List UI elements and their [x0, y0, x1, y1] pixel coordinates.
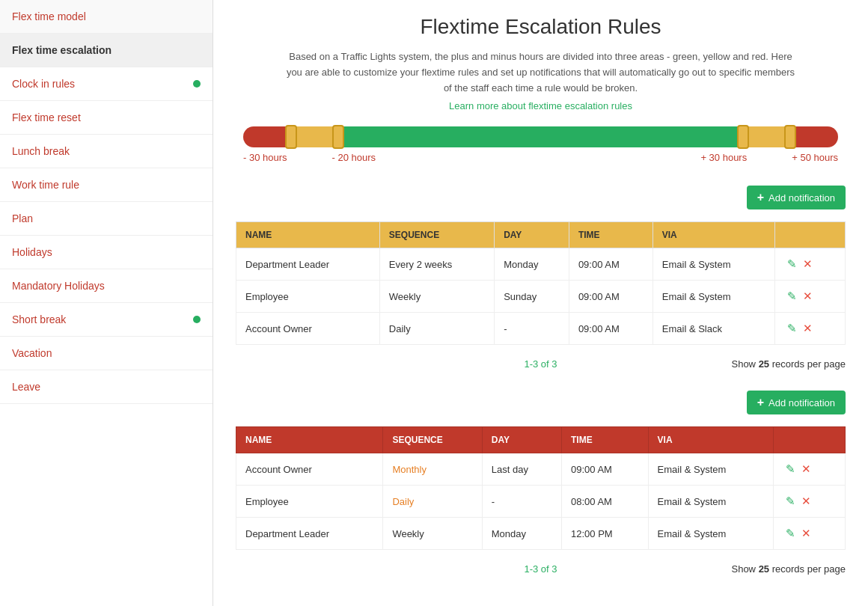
sidebar-item-work-time-rule[interactable]: Work time rule	[0, 168, 213, 202]
slider-handle-3[interactable]	[737, 125, 749, 149]
add-notification-label-2: Add notification	[768, 397, 835, 408]
yellow-cell-sequence-2: Daily	[379, 313, 494, 345]
sidebar-item-label-plan: Plan	[12, 212, 33, 224]
col-name-y: NAME	[236, 222, 380, 248]
yellow-cell-time-0: 09:00 AM	[569, 248, 652, 281]
red-cell-via-0: Email & System	[648, 453, 773, 486]
delete-button-y-2[interactable]: ✕	[800, 320, 816, 337]
col-day-y: DAY	[495, 222, 569, 248]
col-time-y: TIME	[569, 222, 652, 248]
edit-icon-r-1: ✎	[786, 495, 795, 507]
red-notifications-table: NAME SEQUENCE DAY TIME VIA Account Owner…	[236, 426, 846, 550]
red-pagination: 1-3 of 3	[518, 557, 563, 581]
sidebar-item-holidays[interactable]: Holidays	[0, 236, 213, 269]
yellow-table-header: NAME SEQUENCE DAY TIME VIA	[236, 222, 846, 248]
yellow-table-row: Department LeaderEvery 2 weeksMonday09:0…	[236, 248, 846, 281]
yellow-records-count: 25	[759, 358, 769, 370]
delete-button-y-1[interactable]: ✕	[800, 288, 816, 304]
red-cell-day-2: Monday	[482, 518, 561, 550]
sidebar-item-vacation[interactable]: Vacation	[0, 337, 213, 370]
delete-button-r-0[interactable]: ✕	[798, 461, 814, 477]
delete-button-r-2[interactable]: ✕	[798, 525, 814, 542]
red-cell-time-1: 08:00 AM	[562, 486, 649, 518]
red-cell-actions-2: ✎✕	[773, 518, 845, 550]
edit-icon-y-2: ✎	[787, 322, 797, 334]
col-day-r: DAY	[482, 427, 561, 453]
yellow-cell-day-0: Monday	[495, 248, 569, 281]
yellow-cell-via-0: Email & System	[652, 248, 774, 281]
yellow-cell-sequence-0: Every 2 weeks	[379, 248, 494, 281]
delete-icon-y-1: ✕	[803, 290, 813, 302]
col-time-r: TIME	[562, 427, 649, 453]
edit-button-r-0[interactable]: ✎	[783, 461, 798, 477]
red-cell-via-2: Email & System	[648, 518, 773, 550]
yellow-pagination: 1-3 of 3	[518, 352, 563, 376]
sidebar-item-flex-time-reset[interactable]: Flex time reset	[0, 101, 213, 135]
slider-handle-4[interactable]	[784, 125, 796, 149]
sidebar-item-label-clock-in-rules: Clock in rules	[12, 78, 75, 90]
sidebar-item-label-flex-time-model: Flex time model	[12, 10, 86, 22]
yellow-cell-day-2: -	[495, 313, 569, 345]
sidebar-item-mandatory-holidays[interactable]: Mandatory Holidays	[0, 269, 213, 303]
sidebar-item-label-work-time-rule: Work time rule	[12, 179, 79, 191]
red-cell-via-1: Email & System	[648, 486, 773, 518]
sidebar-item-flex-time-escalation[interactable]: Flex time escalation	[0, 34, 213, 67]
yellow-table-body: Department LeaderEvery 2 weeksMonday09:0…	[236, 248, 846, 345]
sidebar: Flex time modelFlex time escalationClock…	[0, 0, 213, 606]
yellow-cell-sequence-1: Weekly	[379, 281, 494, 313]
delete-button-y-0[interactable]: ✕	[800, 256, 816, 272]
red-table-header: NAME SEQUENCE DAY TIME VIA	[236, 427, 846, 453]
col-sequence-y: SEQUENCE	[379, 222, 494, 248]
slider-handle-2[interactable]	[332, 125, 344, 149]
plus-icon-1: +	[757, 191, 764, 204]
red-cell-actions-0: ✎✕	[773, 453, 845, 486]
red-records-count: 25	[759, 563, 769, 575]
sidebar-item-plan[interactable]: Plan	[0, 202, 213, 236]
edit-button-r-1[interactable]: ✎	[783, 493, 798, 509]
yellow-cell-time-1: 09:00 AM	[569, 281, 652, 313]
delete-icon-y-0: ✕	[803, 257, 813, 270]
sidebar-item-label-leave: Leave	[12, 381, 40, 393]
col-sequence-r: SEQUENCE	[383, 427, 482, 453]
red-cell-day-0: Last day	[482, 453, 561, 486]
sidebar-item-clock-in-rules[interactable]: Clock in rules	[0, 67, 213, 101]
red-cell-sequence-0: Monthly	[383, 453, 482, 486]
edit-button-y-2[interactable]: ✎	[784, 320, 800, 337]
delete-icon-r-2: ✕	[801, 527, 811, 539]
red-table-body: Account OwnerMonthlyLast day09:00 AMEmai…	[236, 453, 846, 550]
sidebar-item-leave[interactable]: Leave	[0, 370, 213, 404]
slider-handle-1[interactable]	[285, 125, 297, 149]
add-notification-button-1[interactable]: + Add notification	[747, 186, 846, 209]
sidebar-item-lunch-break[interactable]: Lunch break	[0, 135, 213, 168]
edit-button-r-2[interactable]: ✎	[783, 525, 798, 542]
slider-label-minus30: - 30 hours	[243, 152, 287, 163]
sidebar-item-label-short-break: Short break	[12, 313, 66, 325]
yellow-cell-via-1: Email & System	[652, 281, 774, 313]
add-notification-button-2[interactable]: + Add notification	[747, 391, 846, 414]
col-via-y: VIA	[652, 222, 774, 248]
sidebar-item-label-flex-time-reset: Flex time reset	[12, 111, 81, 123]
sidebar-item-label-holidays: Holidays	[12, 246, 52, 258]
delete-icon-y-2: ✕	[803, 322, 813, 334]
slider-track	[243, 126, 838, 147]
delete-button-r-1[interactable]: ✕	[798, 493, 814, 509]
sidebar-item-short-break[interactable]: Short break	[0, 303, 213, 337]
red-cell-actions-1: ✎✕	[773, 486, 845, 518]
edit-button-y-0[interactable]: ✎	[784, 256, 800, 272]
sidebar-item-label-flex-time-escalation: Flex time escalation	[12, 44, 111, 56]
red-cell-sequence-2: Weekly	[383, 518, 482, 550]
page-title: Flextime Escalation Rules	[236, 15, 846, 39]
page-description: Based on a Traffic Lights system, the pl…	[287, 49, 795, 96]
red-pagination-row: 1-3 of 3 Show 25 records per page	[236, 557, 846, 581]
red-table-row: EmployeeDaily-08:00 AMEmail & System✎✕	[236, 486, 846, 518]
red-cell-time-0: 09:00 AM	[562, 453, 649, 486]
sidebar-item-flex-time-model[interactable]: Flex time model	[0, 0, 213, 34]
red-table-row: Account OwnerMonthlyLast day09:00 AMEmai…	[236, 453, 846, 486]
edit-button-y-1[interactable]: ✎	[784, 288, 800, 304]
yellow-table-row: EmployeeWeeklySunday09:00 AMEmail & Syst…	[236, 281, 846, 313]
yellow-cell-actions-2: ✎✕	[775, 313, 846, 345]
learn-more-link[interactable]: Learn more about flextime escalation rul…	[236, 100, 846, 111]
sidebar-item-label-vacation: Vacation	[12, 347, 52, 359]
plus-icon-2: +	[757, 396, 764, 409]
yellow-records-info: Show 25 records per page	[731, 358, 846, 370]
